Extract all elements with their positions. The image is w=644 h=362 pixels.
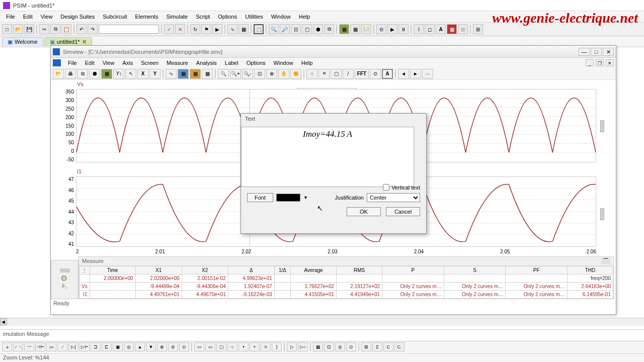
refresh-icon[interactable]: ↻ <box>190 24 200 34</box>
c-icon[interactable]: C <box>383 342 393 351</box>
sv-print-icon[interactable]: 🖶 <box>65 69 76 79</box>
copy-icon[interactable]: ⧉ <box>50 24 60 34</box>
select-icon[interactable]: ⬚ <box>254 24 264 34</box>
sv-open-icon[interactable]: 📂 <box>53 69 64 79</box>
sv-hand-icon[interactable]: ✋ <box>278 69 289 79</box>
maximize-icon[interactable]: □ <box>591 48 602 56</box>
box2-icon[interactable]: ▭ <box>205 342 215 351</box>
redo-icon[interactable]: ↷ <box>88 24 98 34</box>
inner-restore-icon[interactable]: ❐ <box>596 59 604 66</box>
sv-merge-icon[interactable]: ▦ <box>202 69 213 79</box>
src-icon[interactable]: ⊕ <box>157 342 167 351</box>
copy2-icon[interactable]: ⧉ <box>324 24 334 34</box>
measure-collapse-icon[interactable]: ▔ <box>601 258 610 264</box>
sv-text-icon[interactable]: A <box>382 69 393 79</box>
sv-export-icon[interactable]: ⬢ <box>89 69 100 79</box>
text-a-icon[interactable]: A <box>436 24 446 34</box>
red-icon[interactable]: ▦ <box>447 24 457 34</box>
check-icon[interactable]: ✓ <box>164 24 174 34</box>
simview-titlebar[interactable]: Simview - [C:\Users\medsa\Documents\PSIM… <box>51 46 616 58</box>
cut-icon[interactable]: ✂ <box>39 24 49 34</box>
bridge-icon[interactable]: ▣ <box>113 342 123 351</box>
vsrc-icon[interactable]: ⊘ <box>168 342 178 351</box>
down-icon[interactable]: ▼ <box>146 342 156 351</box>
sv-cursor-icon[interactable]: ↖ <box>125 69 136 79</box>
sv-y-icon[interactable]: Y↕ <box>113 69 124 79</box>
sv-both-icon[interactable]: ↔ <box>422 69 433 79</box>
rlc-icon[interactable]: ▭ <box>46 342 56 351</box>
c2-icon[interactable]: C. <box>394 342 405 351</box>
lt-icon[interactable]: Lt <box>361 24 371 34</box>
sv-globe-icon[interactable]: ⊕ <box>266 69 277 79</box>
vscroll-thumb1[interactable] <box>600 120 604 132</box>
sv-hand2-icon[interactable]: ✊ <box>290 69 301 79</box>
thyristor-icon[interactable]: ▷⊢ <box>79 342 90 351</box>
ground-icon[interactable]: ⏚ <box>2 342 12 351</box>
zoom-fit-icon[interactable]: ⊡ <box>291 24 301 34</box>
save-icon[interactable]: 💾 <box>24 24 34 34</box>
open-icon[interactable]: 📂 <box>13 24 23 34</box>
font-button[interactable]: Font <box>247 193 273 202</box>
diode-icon[interactable]: ▷| <box>68 342 78 351</box>
run-icon[interactable]: ▶ <box>212 24 222 34</box>
panel2-icon[interactable]: ▦ <box>350 24 360 34</box>
rect-icon[interactable]: ▢ <box>216 342 226 351</box>
min-handle[interactable] <box>60 268 70 273</box>
zoom-out-icon[interactable]: 🔎 <box>280 24 290 34</box>
probe-v-icon[interactable]: ⊡ <box>324 342 334 351</box>
color-swatch[interactable] <box>276 194 300 202</box>
sv-flag-icon[interactable]: ⚑ <box>318 69 330 79</box>
menu-simulate[interactable]: Simulate <box>162 13 192 21</box>
sv-menu-screen[interactable]: Screen <box>137 59 163 67</box>
switch-icon[interactable]: ⟋ <box>57 342 67 351</box>
menu-edit[interactable]: Edit <box>19 13 37 21</box>
sv-menu-analysis[interactable]: Analysis <box>192 59 221 67</box>
sv-target-icon[interactable]: ⊙ <box>370 69 381 79</box>
sv-zoomout-icon[interactable]: 🔍- <box>242 69 253 79</box>
not-icon[interactable]: ▷○ <box>298 342 308 351</box>
label-icon[interactable]: ◻ <box>425 24 435 34</box>
cancel-button[interactable]: Cancel <box>386 207 420 216</box>
stop-icon[interactable]: ⊝ <box>376 24 386 34</box>
new-icon[interactable]: □ <box>2 24 12 34</box>
sv-menu-file[interactable]: File <box>64 59 81 67</box>
sv-menu-view[interactable]: View <box>99 59 119 67</box>
sv-del-icon[interactable]: ▦ <box>178 69 189 79</box>
menu-view[interactable]: View <box>37 13 57 21</box>
igbt-icon[interactable]: ⊏ <box>102 342 112 351</box>
sv-menu-edit[interactable]: Edit <box>81 59 99 67</box>
resistor-icon[interactable]: ⟋⟍ <box>13 342 23 351</box>
page-icon[interactable]: ▢ <box>302 24 312 34</box>
menu-window[interactable]: Window <box>267 13 295 21</box>
plus-icon[interactable]: + <box>250 342 260 351</box>
sv-zoom-icon[interactable]: 🔍 <box>218 69 229 79</box>
probe-i-icon[interactable]: ◎ <box>335 342 345 351</box>
vscroll-thumb2[interactable] <box>600 208 604 220</box>
hscroll-left-icon[interactable]: ◄ <box>0 318 7 325</box>
sv-add-icon[interactable]: ∿ <box>166 69 177 79</box>
and-icon[interactable]: ⊃ <box>261 342 271 351</box>
up-icon[interactable]: ▲ <box>135 342 145 351</box>
menu-utilities[interactable]: Utilities <box>241 13 267 21</box>
sv-fft-icon[interactable]: FFT <box>355 69 369 79</box>
undo-icon[interactable]: ↶ <box>76 24 87 34</box>
meter-icon[interactable]: ⊙ <box>346 342 356 351</box>
isrc-icon[interactable]: ⊙ <box>179 342 189 351</box>
dot-icon[interactable]: • <box>238 342 249 351</box>
zoom-in-icon[interactable]: 🔍 <box>269 24 279 34</box>
menu-script[interactable]: Script <box>192 13 214 21</box>
play-icon[interactable]: ▶ <box>387 24 397 34</box>
sum-icon[interactable]: Σ <box>372 342 382 351</box>
tab-untitled1[interactable]: ▣untitled1* ✕ <box>44 37 92 46</box>
gate-icon[interactable]: ▷ <box>287 342 297 351</box>
inner-close-icon[interactable]: ✕ <box>606 59 614 66</box>
sv-split-icon[interactable]: ▦ <box>190 69 201 79</box>
sv-left-icon[interactable]: ◄ <box>398 69 409 79</box>
sv-copy-icon[interactable]: ⧉ <box>77 69 88 79</box>
sv-marker-icon[interactable]: ▢ <box>331 69 342 79</box>
capacitor-icon[interactable]: ⊣⊢ <box>35 342 45 351</box>
sv-menu-help[interactable]: Help <box>297 59 317 67</box>
sv-menu-window[interactable]: Window <box>270 59 297 67</box>
tab-welcome[interactable]: ▣Welcome <box>2 37 43 46</box>
sv-menu-options[interactable]: Options <box>243 59 270 67</box>
